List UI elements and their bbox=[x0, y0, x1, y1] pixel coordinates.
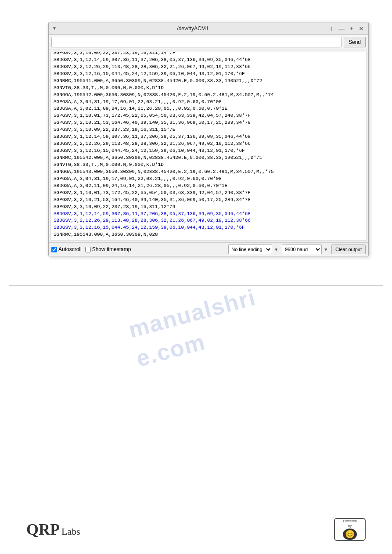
line-ending-select[interactable]: No line ending Newline Carriage return B… bbox=[228, 245, 272, 254]
output-line: $GPGSA,A,3,04,31,19,17,09,01,22,03,21,,,… bbox=[54, 99, 363, 106]
scroll-up-button[interactable]: ↑ bbox=[329, 25, 334, 32]
output-line: $BDGSV,3,2,12,26,29,113,48,28,28,306,32,… bbox=[54, 217, 363, 224]
smile-icon: 😊 bbox=[343, 529, 357, 540]
title-bar: ▼ /dev/ttyACM1 ↑ — + ✕ bbox=[49, 22, 368, 35]
close-button[interactable]: ✕ bbox=[358, 25, 365, 32]
labs-text: Labs bbox=[61, 526, 80, 537]
output-line: $GPGSA,A,3,04,31,19,17,09,01,22,03,21,,,… bbox=[54, 176, 363, 183]
show-timestamp-checkbox[interactable] bbox=[85, 247, 91, 252]
page-wrapper: ▼ /dev/ttyACM1 ↑ — + ✕ Send $GPGSV,3,2,1… bbox=[0, 0, 392, 554]
autoscroll-label[interactable]: Autoscroll bbox=[51, 246, 82, 252]
output-line: $BDGSV,3,3,12,16,15,044,45,24,12,159,39,… bbox=[54, 71, 363, 78]
line-ending-wrapper: No line ending Newline Carriage return B… bbox=[228, 245, 278, 254]
maximize-button[interactable]: + bbox=[349, 25, 354, 32]
baud-arrow-icon: ▼ bbox=[324, 247, 328, 252]
output-line: $GPGSV,3,2,10,21,53,164,46,40,39,140,35,… bbox=[54, 197, 363, 204]
send-input[interactable] bbox=[51, 37, 342, 47]
output-line: $GNGGA,195542.000,3650.30309,N,02838.454… bbox=[54, 92, 363, 99]
divider bbox=[9, 285, 383, 286]
output-line: $BDGSV,3,2,12,26,29,113,48,28,28,306,32,… bbox=[54, 64, 363, 71]
output-line: $BDGSV,3,3,12,16,15,044,45,24,12,159,39,… bbox=[54, 224, 363, 231]
input-row: Send bbox=[49, 35, 368, 50]
output-line: $BDGSA,A,3,02,11,09,24,16,14,21,26,28,05… bbox=[54, 183, 363, 190]
output-line: $BDGSV,3,3,12,16,15,044,45,24,12,159,39,… bbox=[54, 147, 363, 155]
minimize-button[interactable]: — bbox=[338, 25, 345, 32]
output-line: $GPGSV,3,1,10,01,73,172,45,22,65,054,50,… bbox=[54, 112, 363, 119]
show-timestamp-label[interactable]: Show timestamp bbox=[85, 246, 131, 252]
output-line: $BDGSV,3,1,12,14,59,307,36,11,37,206,38,… bbox=[54, 211, 363, 218]
output-line: $BDGSV,3,2,12,26,29,113,48,28,28,306,32,… bbox=[54, 140, 363, 147]
watermark: manualshrie.com bbox=[0, 299, 392, 358]
output-area[interactable]: $GPGSV,3,2,10,21,53,164,46,40,39,140,35,… bbox=[50, 52, 367, 241]
output-line: $GNVTG,38.33,T,,M,0.000,N,0.000,K,D*1D bbox=[54, 85, 363, 92]
serial-monitor-window: ▼ /dev/ttyACM1 ↑ — + ✕ Send $GPGSV,3,2,1… bbox=[48, 22, 369, 256]
output-line: $GPGSV,3,3,10,09,22,237,23,19,16,311,15*… bbox=[54, 126, 363, 133]
output-line: $GNGGA,195543.000,3650.30309,N,02838.454… bbox=[54, 169, 363, 176]
window-title: /dev/ttyACM1 bbox=[57, 25, 329, 32]
autoscroll-checkbox[interactable] bbox=[51, 247, 57, 252]
qrp-labs-logo: QRP Labs bbox=[26, 520, 80, 539]
title-bar-controls: ↑ — + ✕ bbox=[329, 25, 365, 32]
title-bar-arrow-icon: ▼ bbox=[52, 26, 57, 31]
output-line: $BDGSV,3,1,12,14,59,307,36,11,37,206,38,… bbox=[54, 133, 363, 140]
output-line: $GNRMC,195542.000,A,3650.30309,N,02838.4… bbox=[54, 155, 363, 162]
send-button[interactable]: Send bbox=[344, 37, 366, 47]
show-timestamp-text: Show timestamp bbox=[92, 246, 131, 252]
by-text: by bbox=[348, 524, 352, 528]
output-line: $GPGSV,3,2,10,21,53,164,46,40,39,140,35,… bbox=[54, 119, 363, 126]
output-line: $GPGSV,3,3,10,09,22,237,23,19,16,311,12*… bbox=[54, 204, 363, 211]
output-line: $BDGSV,3,1,12,14,59,307,36,11,37,206,38,… bbox=[54, 57, 363, 64]
line-ending-arrow-icon: ▼ bbox=[274, 247, 278, 252]
qrp-text: QRP bbox=[26, 520, 60, 539]
output-line: $GNRMC,195541.000,A,3650.30309,N,02838.4… bbox=[54, 78, 363, 85]
title-bar-left: ▼ bbox=[52, 26, 57, 31]
powered-by-text: Powered bbox=[343, 519, 357, 523]
bottom-bar: Autoscroll Show timestamp No line ending… bbox=[49, 242, 368, 256]
clear-output-button[interactable]: Clear output bbox=[331, 245, 366, 254]
output-line: $BDGSA,A,3,02,11,09,24,16,14,21,26,28,05… bbox=[54, 105, 363, 112]
output-line: $GPGSV,3,1,10,01,73,172,45,22,65,054,50,… bbox=[54, 190, 363, 197]
output-line: $GNVTG,38.33,T,,M,0.000,N,0.000,K,D*1D bbox=[54, 162, 363, 169]
output-line: $GNRMC,195543.000,A,3650.30309,N,028 bbox=[54, 231, 363, 238]
logos-area: QRP Labs Powered by 😊 bbox=[26, 518, 366, 541]
powered-by-badge: Powered by 😊 bbox=[334, 518, 366, 541]
autoscroll-text: Autoscroll bbox=[58, 246, 82, 252]
watermark-text: manualshrie.com bbox=[125, 283, 266, 374]
output-line: $GPGSV,3,3,10,09,22,237,23,19,16,311,14*… bbox=[54, 52, 363, 57]
baud-rate-wrapper: 300 baud 1200 baud 2400 baud 4800 baud 9… bbox=[282, 245, 328, 254]
baud-rate-select[interactable]: 300 baud 1200 baud 2400 baud 4800 baud 9… bbox=[282, 245, 322, 254]
